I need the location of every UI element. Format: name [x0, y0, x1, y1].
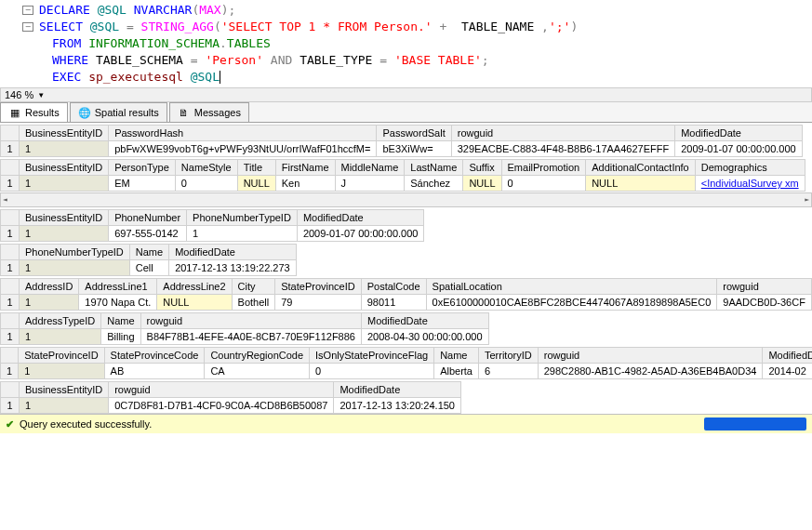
horizontal-scrollbar[interactable] [0, 192, 812, 207]
column-header[interactable]: StateProvinceCode [104, 348, 205, 364]
cell[interactable]: 2017-12-13 13:20:24.150 [334, 398, 461, 414]
column-header[interactable]: StateProvinceID [19, 348, 104, 364]
column-header[interactable]: PersonType [109, 160, 176, 176]
cell[interactable]: Billing [101, 329, 140, 345]
cell[interactable]: Bothell [232, 295, 275, 311]
zoom-control[interactable]: 146 % ▼ [0, 87, 812, 102]
cell[interactable]: 1 [187, 226, 298, 242]
cell[interactable]: 2008-04-30 00:00:00.000 [361, 329, 488, 345]
fold-icon[interactable]: − [22, 22, 33, 32]
cell[interactable]: NULL [157, 295, 232, 311]
cell[interactable]: 1 [20, 176, 109, 192]
column-header[interactable]: SpatialLocation [426, 279, 717, 295]
column-header[interactable]: AddressLine2 [157, 279, 232, 295]
column-header[interactable]: City [232, 279, 275, 295]
cell[interactable]: Ken [275, 176, 335, 192]
sql-editor[interactable]: − DECLARE @SQL NVARCHAR(MAX); − SELECT @… [0, 0, 812, 87]
column-header[interactable]: PostalCode [361, 279, 426, 295]
cell[interactable]: 1970 Napa Ct. [79, 295, 157, 311]
column-header[interactable]: AddressTypeID [20, 313, 101, 329]
column-header[interactable]: BusinessEntityID [20, 210, 109, 226]
table-row[interactable]: 11EM0NULLKenJSánchezNULL0NULL<Individual… [1, 176, 805, 192]
table-row[interactable]: 11Cell2017-12-13 13:19:22.273 [1, 260, 297, 276]
column-header[interactable]: CountryRegionCode [205, 348, 310, 364]
result-grid-3[interactable]: BusinessEntityIDPhoneNumberPhoneNumberTy… [0, 209, 424, 242]
column-header[interactable]: PhoneNumber [109, 210, 187, 226]
cell[interactable]: 329EACBE-C883-4F48-B8B6-17AA4627EFFF [451, 141, 674, 157]
column-header[interactable]: BusinessEntityID [20, 160, 109, 176]
column-header[interactable]: Name [129, 245, 168, 260]
cell[interactable]: AB [104, 364, 205, 379]
column-header[interactable]: ModifiedDate [334, 382, 461, 398]
cell[interactable]: 1 [20, 398, 109, 414]
result-grid-4[interactable]: PhoneNumberTypeIDNameModifiedDate11Cell2… [0, 244, 297, 276]
column-header[interactable]: ModifiedDate [169, 245, 297, 260]
cell[interactable]: bE3XiWw= [377, 141, 451, 157]
cell[interactable]: 0 [175, 176, 237, 192]
column-header[interactable]: PhoneNumberTypeID [187, 210, 298, 226]
cell[interactable]: Cell [129, 260, 168, 276]
column-header[interactable]: StateProvinceID [275, 279, 361, 295]
column-header[interactable]: BusinessEntityID [20, 126, 109, 141]
column-header[interactable]: rowguid [717, 279, 812, 295]
cell[interactable]: pbFwXWE99vobT6g+vPWFy93NtUU/orrIWafF01hc… [109, 141, 377, 157]
table-row[interactable]: 11ABCA0Alberta6298C2880-AB1C-4982-A5AD-A… [1, 364, 813, 379]
cell[interactable]: 1 [20, 226, 109, 242]
cell[interactable]: NULL [237, 176, 275, 192]
column-header[interactable]: ModifiedDate [675, 126, 803, 141]
column-header[interactable]: Demographics [695, 160, 805, 176]
tab-results[interactable]: ▦ Results [0, 102, 68, 122]
column-header[interactable]: TerritoryID [478, 348, 538, 364]
cell[interactable]: 9AADCB0D-36CF [717, 295, 812, 311]
results-panel[interactable]: BusinessEntityIDPasswordHashPasswordSalt… [0, 123, 812, 414]
column-header[interactable]: AddressID [20, 279, 79, 295]
result-grid-8[interactable]: BusinessEntityIDrowguidModifiedDate110C7… [0, 381, 461, 414]
column-header[interactable]: rowguid [451, 126, 674, 141]
column-header[interactable]: PasswordSalt [377, 126, 451, 141]
result-grid-1[interactable]: BusinessEntityIDPasswordHashPasswordSalt… [0, 125, 803, 157]
column-header[interactable]: IsOnlyStateProvinceFlag [310, 348, 434, 364]
table-row[interactable]: 110C7D8F81-D7B1-4CF0-9C0A-4CD8B6B5008720… [1, 398, 461, 414]
column-header[interactable]: EmailPromotion [501, 160, 586, 176]
cell[interactable]: <IndividualSurvey xm [695, 176, 805, 192]
cell[interactable]: 0C7D8F81-D7B1-4CF0-9C0A-4CD8B6B50087 [109, 398, 334, 414]
cell[interactable]: 1 [20, 260, 130, 276]
column-header[interactable]: ModifiedDate [361, 313, 488, 329]
column-header[interactable]: Name [434, 348, 479, 364]
column-header[interactable]: Title [237, 160, 275, 176]
cell[interactable]: 2009-01-07 00:00:00.000 [297, 226, 424, 242]
cell[interactable]: 298C2880-AB1C-4982-A5AD-A36EB4BA0D34 [538, 364, 763, 379]
cell[interactable]: 98011 [361, 295, 426, 311]
column-header[interactable]: PhoneNumberTypeID [20, 245, 130, 260]
column-header[interactable]: AddressLine1 [79, 279, 157, 295]
cell[interactable]: Sánchez [405, 176, 463, 192]
column-header[interactable]: Name [101, 313, 140, 329]
column-header[interactable]: ModifiedDate [297, 210, 424, 226]
cell[interactable]: EM [109, 176, 176, 192]
table-row[interactable]: 111970 Napa Ct.NULLBothell79980110xE6100… [1, 295, 812, 311]
cell[interactable]: 79 [275, 295, 361, 311]
cell[interactable]: NULL [586, 176, 696, 192]
column-header[interactable]: LastName [405, 160, 463, 176]
table-row[interactable]: 11697-555-014212009-01-07 00:00:00.000 [1, 226, 424, 242]
cell[interactable]: NULL [463, 176, 501, 192]
column-header[interactable]: rowguid [140, 313, 361, 329]
result-grid-6[interactable]: AddressTypeIDNamerowguidModifiedDate11Bi… [0, 312, 489, 345]
cell[interactable]: J [335, 176, 405, 192]
cell[interactable]: 1 [19, 364, 104, 379]
tab-messages[interactable]: 🗎 Messages [169, 102, 249, 122]
column-header[interactable]: ModifiedDate [763, 348, 812, 364]
column-header[interactable]: PasswordHash [109, 126, 377, 141]
tab-spatial[interactable]: 🌐 Spatial results [70, 102, 167, 122]
column-header[interactable]: NameStyle [175, 160, 237, 176]
cell[interactable]: 2009-01-07 00:00:00.000 [675, 141, 803, 157]
result-grid-2[interactable]: BusinessEntityIDPersonTypeNameStyleTitle… [0, 159, 805, 192]
column-header[interactable]: FirstName [275, 160, 335, 176]
cell[interactable]: 2014-02 [763, 364, 812, 379]
cell[interactable]: 2017-12-13 13:19:22.273 [169, 260, 297, 276]
fold-icon[interactable]: − [22, 6, 33, 15]
cell[interactable]: 1 [20, 329, 101, 345]
cell[interactable]: 0 [310, 364, 434, 379]
chevron-down-icon[interactable]: ▼ [37, 91, 45, 99]
result-grid-7[interactable]: StateProvinceIDStateProvinceCodeCountryR… [0, 347, 812, 379]
